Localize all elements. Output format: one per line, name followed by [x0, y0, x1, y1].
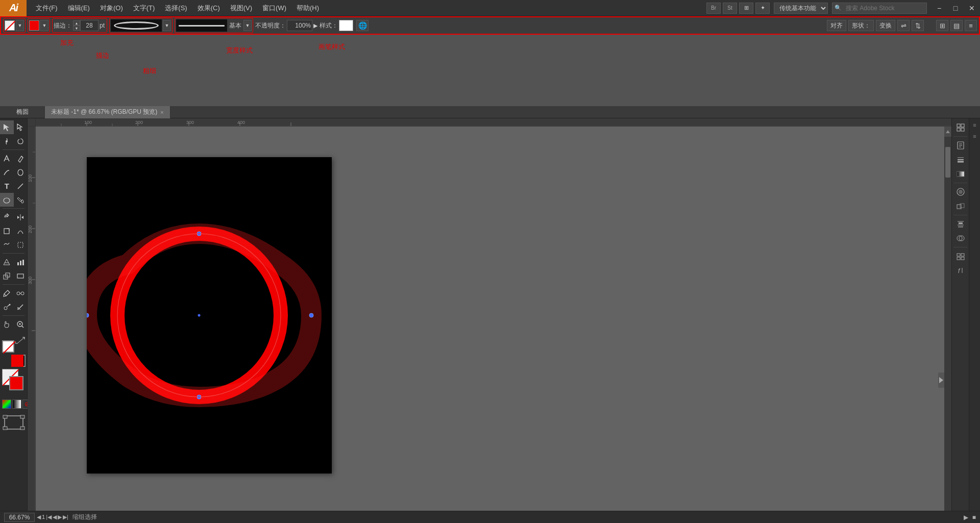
close-btn[interactable]: ✕	[964, 0, 980, 16]
zoom-input[interactable]	[4, 513, 35, 522]
flip-v-btn[interactable]: ⇅	[912, 20, 924, 31]
align-panel-btn[interactable]	[953, 217, 968, 231]
menu-text[interactable]: 文字(T)	[128, 0, 160, 16]
pencil-tool[interactable]	[14, 152, 28, 165]
zoom-down-btn[interactable]: ◀	[37, 514, 41, 520]
zoom-nav-next[interactable]: ▶	[58, 514, 62, 520]
transform-panel-btn[interactable]	[953, 199, 968, 213]
zoom-nav-prev[interactable]: ◀	[53, 514, 57, 520]
blob-brush-tool[interactable]	[14, 165, 28, 179]
play-btn[interactable]: ▶	[964, 514, 968, 521]
maximize-btn[interactable]: □	[947, 0, 964, 16]
menu-window[interactable]: 窗口(W)	[257, 0, 291, 16]
blend-tool[interactable]	[14, 286, 28, 300]
zoom-tool[interactable]	[14, 317, 28, 331]
reshape-tool[interactable]	[14, 224, 28, 238]
grid-view-btn[interactable]: ⊞	[936, 20, 948, 31]
stroke-up-btn[interactable]: ▲	[73, 20, 80, 26]
gradient-mode-btn[interactable]	[12, 400, 21, 409]
frp-btn-2[interactable]: ≡	[970, 132, 979, 141]
scale-tool[interactable]	[0, 224, 14, 238]
width-style-dropdown[interactable]: ▼	[163, 20, 171, 31]
paint-bucket-tool[interactable]	[14, 193, 28, 207]
v-scroll-track[interactable]	[944, 137, 951, 523]
menu-object[interactable]: 对象(O)	[95, 0, 128, 16]
tab-close-btn[interactable]: ×	[160, 109, 163, 115]
menu-select[interactable]: 选择(S)	[160, 0, 192, 16]
pathfinder-btn[interactable]	[953, 231, 968, 245]
eyedropper-tool[interactable]	[0, 286, 14, 300]
stroke-dropdown-btn[interactable]: ▼	[40, 20, 48, 31]
stroke-value-input[interactable]	[80, 20, 99, 31]
color-mode-btn[interactable]	[2, 400, 11, 409]
select-tool[interactable]	[0, 120, 14, 134]
wand-btn[interactable]: ✦	[755, 3, 770, 14]
stroke-down-btn[interactable]: ▼	[73, 26, 80, 31]
lasso-tool[interactable]	[14, 134, 28, 148]
panel-collapse-btn[interactable]	[938, 372, 944, 388]
flip-h-btn[interactable]: ⇌	[897, 20, 910, 31]
warp-tool[interactable]	[0, 238, 14, 252]
gradient-panel-btn[interactable]	[953, 167, 968, 181]
search-input[interactable]	[843, 3, 924, 14]
canvas-scroll-area[interactable]: 飞特网 FEVTE.COM	[36, 127, 944, 523]
direct-select-tool[interactable]	[14, 120, 28, 134]
stroke-color-swatch[interactable]	[29, 20, 39, 31]
brush-tool[interactable]	[0, 165, 14, 179]
free-transform-tool[interactable]	[14, 238, 28, 252]
properties-btn[interactable]	[953, 120, 968, 135]
grid-btn[interactable]: ⊞	[739, 3, 753, 14]
stock-btn[interactable]: St	[723, 3, 737, 14]
brush-style-preview[interactable]	[176, 19, 227, 32]
opacity-input[interactable]	[287, 20, 312, 31]
type-tool[interactable]: T	[0, 179, 14, 193]
stroke-display-box[interactable]	[9, 376, 23, 390]
artboard-tool-btn[interactable]	[3, 415, 25, 432]
anchor-tool[interactable]	[0, 134, 14, 148]
swap-colors-icon[interactable]	[15, 336, 26, 344]
menu-help[interactable]: 帮助(H)	[291, 0, 324, 16]
perspective-grid-tool[interactable]	[0, 255, 14, 269]
align-btn[interactable]: 对齐	[827, 20, 846, 31]
fill-dropdown-btn[interactable]: ▼	[16, 20, 24, 31]
zoom-nav-end[interactable]: ▶|	[63, 514, 68, 520]
links-btn[interactable]	[953, 249, 968, 263]
line-tool[interactable]	[14, 179, 28, 193]
stop-btn[interactable]: ■	[972, 514, 976, 521]
fg-color-swatch[interactable]	[2, 340, 14, 353]
slice-tool[interactable]	[14, 300, 28, 314]
workspace-select[interactable]: 传统基本功能	[774, 3, 828, 14]
more-btn[interactable]: ≡	[965, 20, 977, 31]
symbol-sprayer-tool[interactable]	[0, 300, 14, 314]
globe-btn[interactable]: 🌐	[356, 20, 369, 31]
style-swatch[interactable]	[339, 20, 353, 31]
chart-tool[interactable]	[14, 255, 28, 269]
hand-tool[interactable]	[0, 317, 14, 331]
fill-color-swatch[interactable]	[5, 20, 15, 31]
scroll-up-btn[interactable]	[944, 127, 951, 137]
width-style-preview[interactable]	[111, 19, 162, 32]
brush-style-dropdown[interactable]: ▼	[243, 20, 252, 31]
menu-file[interactable]: 文件(F)	[31, 0, 63, 16]
frp-btn-1[interactable]: ≡	[970, 120, 979, 130]
rect-tool[interactable]	[14, 269, 28, 283]
pen-tool[interactable]	[0, 152, 14, 165]
minimize-btn[interactable]: −	[931, 0, 947, 16]
v-scroll-thumb[interactable]	[945, 147, 950, 178]
libraries-btn[interactable]	[953, 138, 968, 153]
stroke-panel-btn[interactable]	[953, 153, 968, 167]
symbol-panel-btn[interactable]: f	[953, 263, 968, 278]
appearance-panel-btn[interactable]	[953, 185, 968, 199]
shape-builder-tool[interactable]	[0, 269, 14, 283]
transform-btn[interactable]: 变换	[876, 20, 895, 31]
vertical-scrollbar[interactable]	[944, 127, 951, 523]
menu-edit[interactable]: 编辑(E)	[63, 0, 95, 16]
ellipse-tool[interactable]	[0, 193, 14, 207]
document-tab[interactable]: 未标题 -1* @ 66.67% (RGB/GPU 预览) ×	[45, 106, 170, 118]
panel-toggle-btn[interactable]: ▤	[950, 20, 963, 31]
menu-view[interactable]: 视图(V)	[225, 0, 257, 16]
zoom-nav-start[interactable]: |◀	[46, 514, 52, 520]
bridge-btn[interactable]: Br	[706, 3, 721, 14]
opacity-arrow-btn[interactable]: ▶	[313, 22, 317, 29]
rotate-tool[interactable]	[0, 210, 14, 224]
